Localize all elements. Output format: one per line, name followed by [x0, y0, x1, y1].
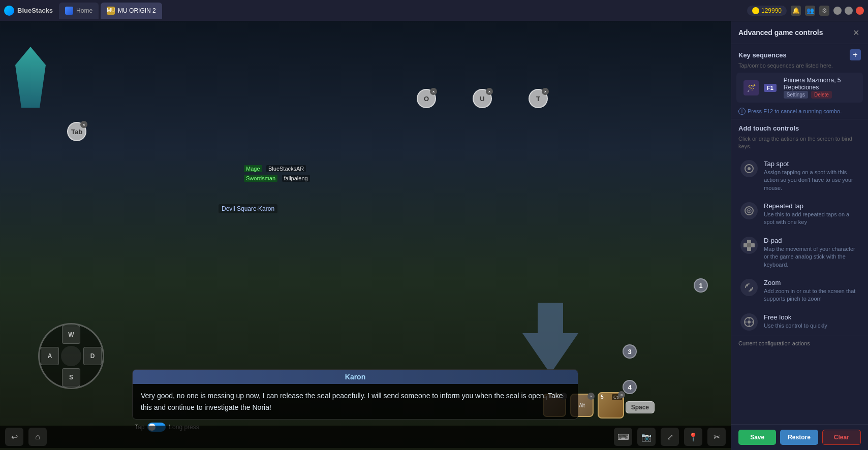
- free-look-desc: Use this control to quickly: [764, 322, 859, 330]
- tab-mu-origin[interactable]: MU MU ORIGIN 2: [101, 3, 162, 19]
- free-look-info: Free look Use this control to quickly: [764, 313, 859, 330]
- svg-point-10: [746, 284, 748, 286]
- dpad-d[interactable]: D: [83, 347, 102, 365]
- free-look-item[interactable]: Free look Use this control to quickly: [733, 308, 866, 336]
- svg-point-4: [749, 210, 750, 211]
- svg-rect-9: [747, 243, 751, 247]
- panel-header: Advanced game controls ✕: [731, 21, 868, 44]
- dialog-title: Karon: [133, 370, 578, 384]
- panel-title: Advanced game controls: [738, 28, 823, 37]
- panel-footer: Save Restore Clear: [731, 424, 868, 450]
- social-icon[interactable]: 👥: [805, 6, 815, 16]
- press-f12-note: i Press F12 to cancel a running combo.: [731, 106, 868, 119]
- key-sequences-header: Key sequences +: [731, 44, 868, 62]
- mage-tag: Mage: [244, 165, 262, 172]
- num-badge-3: 3: [623, 344, 637, 359]
- key-sequences-title: Key sequences: [738, 51, 787, 59]
- zoom-name: Zoom: [764, 279, 859, 286]
- svg-rect-7: [743, 243, 748, 247]
- free-look-name: Free look: [764, 313, 859, 321]
- repeated-tap-name: Repeated tap: [764, 202, 859, 210]
- tap-spot-name: Tap spot: [764, 160, 859, 168]
- game-overlay: W S A D Tab × O × U: [0, 21, 731, 450]
- app-container: BlueStacks Home MU MU ORIGIN 2 129990 🔔 …: [0, 0, 868, 450]
- tap-spot-info: Tap spot Assign tapping on a spot with t…: [764, 160, 859, 192]
- title-bar: BlueStacks Home MU MU ORIGIN 2 129990 🔔 …: [0, 0, 868, 21]
- coin-amount: 129990: [761, 7, 782, 14]
- player1-tag: BlueStacksAR: [266, 165, 306, 172]
- skill-5-btn[interactable]: 5 Ctrl ×: [598, 392, 624, 419]
- expand-icon[interactable]: ⤢: [661, 428, 679, 446]
- clear-button[interactable]: Clear: [822, 430, 861, 445]
- seq-delete-button[interactable]: Delete: [811, 91, 832, 99]
- tab-key-close[interactable]: ×: [80, 121, 87, 128]
- config-section: Current configuration actions: [731, 336, 868, 351]
- back-icon[interactable]: ↩: [5, 428, 23, 446]
- swordsman-tag: Swordsman: [244, 175, 277, 182]
- space-key-button[interactable]: Space: [626, 401, 655, 413]
- home-tab-icon: [65, 7, 73, 15]
- coin-icon: [752, 7, 759, 14]
- repeated-tap-desc: Use this to add repeated taps on a spot …: [764, 211, 859, 227]
- seq-actions: Settings Delete: [784, 91, 856, 99]
- info-icon: i: [738, 108, 746, 115]
- key-seq-item-f1: 🪄 F1 Primera Mazmorra, 5 Repeticiones Se…: [736, 73, 863, 103]
- zoom-item[interactable]: Zoom Add zoom in or out to the screen th…: [733, 274, 866, 308]
- game-viewport[interactable]: W S A D Tab × O × U: [0, 21, 731, 450]
- scissor-icon[interactable]: ✂: [707, 428, 726, 446]
- dpad-a[interactable]: A: [41, 347, 59, 365]
- o-key-button[interactable]: O ×: [417, 89, 436, 108]
- seq-key-f1: F1: [764, 84, 777, 92]
- location-icon[interactable]: 📍: [684, 428, 702, 446]
- u-key-label: U: [480, 95, 484, 103]
- seq-settings-button[interactable]: Settings: [784, 91, 808, 99]
- save-button[interactable]: Save: [738, 430, 776, 445]
- t-key-button[interactable]: T ×: [529, 89, 548, 108]
- content-area: W S A D Tab × O × U: [0, 21, 868, 450]
- svg-rect-8: [751, 243, 755, 247]
- tab-home-label: Home: [76, 7, 92, 14]
- dpad-info: D-pad Map the movement of your character…: [764, 237, 859, 269]
- restore-button[interactable]: Restore: [780, 430, 818, 445]
- window-controls: [833, 7, 864, 15]
- tap-spot-item[interactable]: Tap spot Assign tapping on a spot with t…: [733, 155, 866, 197]
- camera-icon[interactable]: 📷: [637, 428, 656, 446]
- dpad-name: D-pad: [764, 237, 859, 244]
- free-look-icon: [740, 313, 758, 331]
- repeated-tap-icon: [740, 202, 758, 219]
- repeated-tap-item[interactable]: Repeated tap Use this to add repeated ta…: [733, 197, 866, 232]
- u-key-close[interactable]: ×: [486, 88, 493, 95]
- t-key-close[interactable]: ×: [542, 88, 549, 95]
- repeated-tap-info: Repeated tap Use this to add repeated ta…: [764, 202, 859, 227]
- notification-icon[interactable]: 🔔: [791, 6, 801, 16]
- o-key-close[interactable]: ×: [430, 88, 437, 95]
- dpad-w[interactable]: W: [62, 326, 80, 344]
- tab-mu-label: MU ORIGIN 2: [118, 7, 156, 14]
- panel-close-button[interactable]: ✕: [851, 27, 861, 38]
- minimize-button[interactable]: [833, 7, 842, 15]
- seq-name: Primera Mazmorra, 5 Repeticiones: [784, 77, 856, 91]
- add-sequence-button[interactable]: +: [850, 49, 861, 60]
- keyboard-icon[interactable]: ⌨: [614, 428, 632, 446]
- tab-key-button[interactable]: Tab ×: [67, 122, 86, 141]
- tap-spot-icon: [740, 160, 758, 177]
- dpad-item[interactable]: D-pad Map the movement of your character…: [733, 232, 866, 274]
- svg-rect-6: [747, 247, 751, 251]
- wasd-dpad[interactable]: W S A D: [38, 323, 104, 389]
- dpad-s[interactable]: S: [62, 368, 80, 387]
- app-name: BlueStacks: [17, 7, 53, 14]
- home-icon[interactable]: ⌂: [28, 428, 47, 446]
- arrow-head: [522, 333, 578, 374]
- seq-icon-wand: 🪄: [743, 80, 759, 95]
- svg-point-13: [748, 320, 751, 324]
- titlebar-controls: 129990 🔔 👥 ⚙: [747, 6, 864, 16]
- tab-home[interactable]: Home: [59, 3, 99, 19]
- dpad-icon: [740, 237, 758, 254]
- zoom-icon: [740, 279, 758, 296]
- maximize-button[interactable]: [845, 7, 853, 15]
- bottom-toolbar: ↩ ⌂ ⌨ 📷 ⤢ 📍 ✂: [0, 426, 731, 448]
- zoom-info: Zoom Add zoom in or out to the screen th…: [764, 279, 859, 303]
- close-button[interactable]: [856, 7, 864, 15]
- settings-icon[interactable]: ⚙: [819, 6, 829, 16]
- u-key-button[interactable]: U ×: [473, 89, 492, 108]
